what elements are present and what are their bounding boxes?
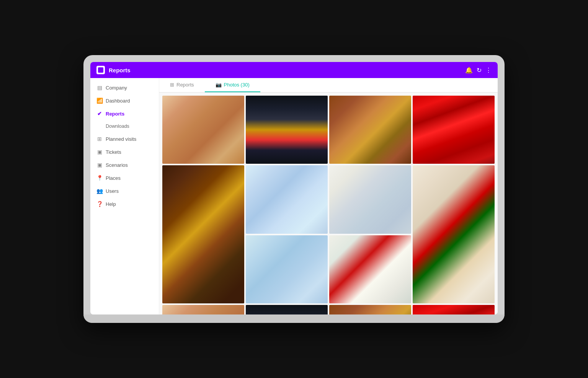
sidebar-label-help: Help [106,201,116,207]
users-icon: 👥 [96,188,103,194]
planned-visits-icon: ⊞ [96,136,103,142]
help-icon: ❓ [96,201,103,207]
content-area: ⊞ Reports 📷 Photos (30) [159,78,498,314]
photo-item[interactable] [329,305,411,314]
tab-reports-label: Reports [176,82,194,88]
main-layout: ▤ Company 📶 Dashboard ✔ Reports Download… [90,78,498,314]
photo-item[interactable] [246,165,328,233]
dashboard-icon: 📶 [96,98,103,104]
photo-item[interactable] [246,305,328,314]
sidebar-label-scenarios: Scenarios [106,162,128,168]
photo-grid [161,94,496,314]
sidebar-item-help[interactable]: ❓ Help [90,197,159,210]
company-icon: ▤ [96,85,103,91]
sidebar-item-downloads[interactable]: Downloads [90,120,159,132]
sidebar-item-reports[interactable]: ✔ Reports [90,107,159,120]
sidebar-label-dashboard: Dashboard [106,98,130,104]
sidebar-label-users: Users [106,188,119,194]
sidebar-item-scenarios[interactable]: ▣ Scenarios [90,158,159,171]
photo-item[interactable] [162,165,244,303]
laptop-frame: Reports 🔔 ↻ ⋮ ▤ Company 📶 Dashboard [83,55,505,323]
sidebar-label-places: Places [106,175,121,181]
tab-reports[interactable]: ⊞ Reports [159,78,205,92]
sidebar-item-users[interactable]: 👥 Users [90,184,159,197]
app-screen: Reports 🔔 ↻ ⋮ ▤ Company 📶 Dashboard [90,62,498,314]
top-bar-actions: 🔔 ↻ ⋮ [465,67,492,74]
photo-item[interactable] [246,235,328,303]
sidebar-item-company[interactable]: ▤ Company [90,81,159,94]
scenarios-icon: ▣ [96,162,103,168]
tab-photos[interactable]: 📷 Photos (30) [205,78,260,92]
tab-photos-label: Photos (30) [224,82,250,88]
more-icon[interactable]: ⋮ [485,67,492,74]
sidebar-item-dashboard[interactable]: 📶 Dashboard [90,94,159,107]
app-title: Reports [109,67,465,73]
sidebar-item-tickets[interactable]: ▣ Tickets [90,145,159,158]
photo-item[interactable] [329,165,411,233]
photo-grid-container[interactable] [159,93,498,314]
reports-icon: ✔ [96,111,103,117]
tab-photos-icon: 📷 [216,82,222,88]
sidebar-item-planned-visits[interactable]: ⊞ Planned visits [90,132,159,145]
sidebar-label-planned-visits: Planned visits [106,136,136,142]
notification-icon[interactable]: 🔔 [465,67,473,74]
app-logo [96,66,105,74]
tickets-icon: ▣ [96,149,103,155]
tabs-bar: ⊞ Reports 📷 Photos (30) [159,78,498,93]
sidebar-label-tickets: Tickets [106,149,121,155]
photo-item[interactable] [329,235,411,303]
sidebar-label-company: Company [106,85,127,91]
tab-reports-icon: ⊞ [170,82,174,88]
photo-item[interactable] [413,305,495,314]
sidebar-item-places[interactable]: 📍 Places [90,171,159,184]
photo-item[interactable] [329,96,411,164]
photo-item[interactable] [413,96,495,164]
photo-item[interactable] [413,165,495,303]
logo-inner [98,67,103,73]
top-bar: Reports 🔔 ↻ ⋮ [90,62,498,78]
photo-item[interactable] [162,305,244,314]
sidebar: ▤ Company 📶 Dashboard ✔ Reports Download… [90,78,159,314]
places-icon: 📍 [96,175,103,181]
sidebar-label-downloads: Downloads [106,124,129,129]
photo-item[interactable] [162,96,244,164]
laptop-base [83,314,505,323]
sidebar-label-reports: Reports [106,111,124,117]
photo-item[interactable] [246,96,328,164]
refresh-icon[interactable]: ↻ [477,67,482,74]
